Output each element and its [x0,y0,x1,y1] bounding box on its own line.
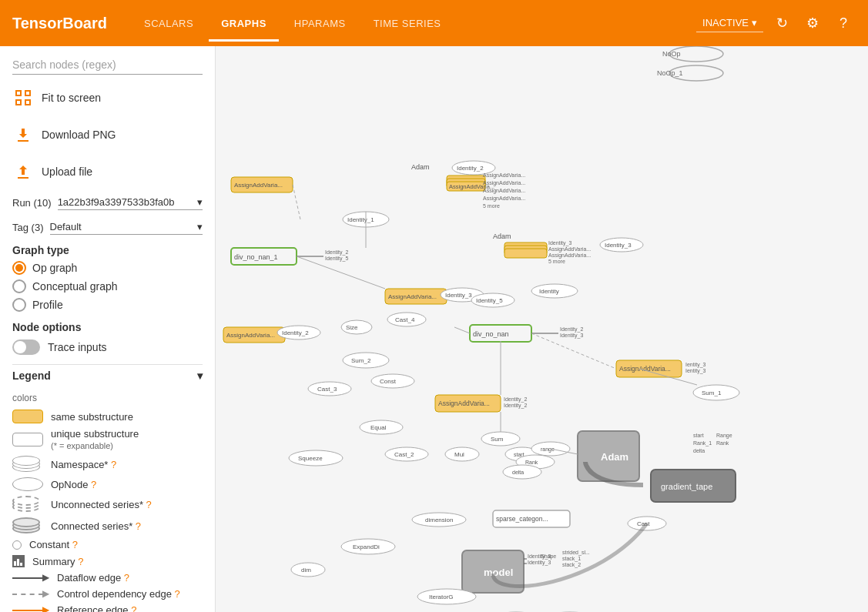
svg-text:AssignAddVaria...: AssignAddVaria... [619,365,671,373]
legend-dataflow-arrow [12,577,49,579]
legend-unique-substructure: unique substructure (* = expandable) [12,428,203,451]
svg-text:delta: delta [512,470,524,475]
trace-inputs-toggle[interactable] [12,339,40,355]
svg-text:div_no_nan_1: div_no_nan_1 [234,253,278,261]
svg-text:Identity_2: Identity_2 [504,403,527,409]
svg-text:start: start [693,433,704,438]
legend-same-label: same substructure [51,411,133,423]
svg-text:AssignAddVaria...: AssignAddVaria... [483,196,525,202]
download-icon [12,124,34,145]
topbar: TensorBoard SCALARS GRAPHS HPARAMS TIME … [0,0,868,46]
upload-file-label: Upload file [42,166,92,178]
graph-type-radio-group: Op graph Conceptual graph Profile [12,261,203,312]
svg-text:AssignAddVaria...: AssignAddVaria... [483,188,525,194]
svg-text:Shape: Shape [541,553,556,560]
legend-header[interactable]: Legend ▾ [12,364,203,386]
download-png-button[interactable]: Download PNG [12,121,203,149]
settings-icon[interactable]: ⚙ [800,11,825,35]
svg-rect-33 [504,249,547,258]
svg-text:stack_1: stack_1 [562,556,581,562]
search-input[interactable] [12,55,203,75]
radio-op-graph-circle [12,261,26,275]
svg-text:dim: dim [301,567,311,574]
legend-namespace-label: Namespace* ? [51,459,116,470]
svg-text:Identity: Identity [539,288,559,295]
nav-time-series[interactable]: TIME SERIES [361,12,454,35]
legend-constant: Constant ? [12,539,203,550]
svg-text:Adam: Adam [493,232,511,240]
legend-dataflow: Dataflow edge ? [12,572,203,584]
legend-opnode: OpNode ? [12,477,203,491]
svg-text:AssignAddVaria...: AssignAddVaria... [548,246,591,252]
svg-text:AssignAddVaria...: AssignAddVaria... [548,252,591,259]
legend-connected-label: Connected series* ? [51,520,141,532]
radio-op-graph[interactable]: Op graph [12,261,203,275]
svg-text:model: model [484,567,513,578]
run-selector[interactable]: INACTIVE ▾ [696,14,763,32]
svg-text:stack_2: stack_2 [562,562,581,568]
radio-profile-circle [12,298,26,312]
svg-text:Adam: Adam [601,451,628,463]
svg-text:Sum_1: Sum_1 [702,390,722,396]
svg-text:Identity_2: Identity_2 [325,249,348,256]
radio-profile-label: Profile [32,299,63,311]
fit-to-screen-button[interactable]: Fit to screen [12,84,203,112]
svg-text:sparse_categon...: sparse_categon... [496,515,548,523]
legend-unconnected: Unconnected series* ? [12,496,203,513]
upload-icon [12,161,34,182]
refresh-icon[interactable]: ↻ [769,11,794,35]
sidebar: Fit to screen Download PNG Upload file R… [0,46,216,612]
node-options-section: Node options Trace inputs [12,321,203,355]
legend-dataflow-label: Dataflow edge ? [57,572,129,584]
svg-text:Cast_4: Cast_4 [395,316,415,323]
tag-field-label: Tag (3) [12,222,44,233]
legend-color-swatch-unique [12,433,43,446]
run-dropdown[interactable]: 1a22b3f9a3397533b3fa0b ▾ [58,195,203,210]
trace-inputs-row: Trace inputs [12,339,203,355]
svg-text:strided_sl...: strided_sl... [562,550,590,556]
legend-section: Legend ▾ colors same substructure unique… [12,364,203,612]
svg-text:Identity_2: Identity_2 [504,396,527,403]
upload-file-button[interactable]: Upload file [12,158,203,186]
fit-to-screen-label: Fit to screen [42,92,101,104]
radio-conceptual-graph-circle [12,279,26,293]
help-icon[interactable]: ? [831,11,856,35]
legend-opnode-shape [12,477,43,491]
svg-text:dimension: dimension [425,517,453,523]
svg-text:AssignAddVaria...: AssignAddVaria... [483,180,525,186]
svg-text:5 more: 5 more [548,259,565,264]
svg-text:AssignAddVaria...: AssignAddVaria... [483,172,525,179]
legend-summary: Summary ? [12,555,203,567]
legend-collapse-icon: ▾ [197,370,203,382]
graph-type-section: Graph type Op graph Conceptual graph Pro… [12,244,203,312]
nav-scalars[interactable]: SCALARS [132,12,206,35]
legend-control-label: Control dependency edge ? [57,588,180,600]
nav-hparams[interactable]: HPARAMS [282,12,358,35]
svg-text:IteratorG: IteratorG [429,594,454,600]
svg-text:Sum_2: Sum_2 [351,357,371,364]
legend-unconnected-shape [12,496,43,513]
svg-text:Ientity_3: Ientity_3 [685,368,706,374]
fit-icon [12,87,34,109]
svg-text:Ientity_3: Ientity_3 [685,362,706,368]
svg-text:AssignAddVaria...: AssignAddVaria... [234,182,283,189]
svg-text:5 more: 5 more [483,203,500,209]
legend-control-arrow [12,594,49,595]
trace-inputs-label: Trace inputs [48,341,107,353]
top-nav: SCALARS GRAPHS HPARAMS TIME SERIES [132,12,696,35]
radio-profile[interactable]: Profile [12,298,203,312]
legend-constant-shape [12,540,22,550]
nav-graphs[interactable]: GRAPHS [209,12,279,35]
tag-dropdown[interactable]: Default ▾ [50,219,203,235]
svg-text:Adam: Adam [411,163,430,171]
graph-canvas[interactable]: NoOp NoOp_1 Adam Identity_2 AssignAddVar… [216,46,868,612]
svg-text:AssignAddVaria...: AssignAddVaria... [388,293,437,300]
radio-conceptual-graph[interactable]: Conceptual graph [12,279,203,293]
run-field-row: Run (10) 1a22b3f9a3397533b3fa0b ▾ [12,195,203,210]
svg-text:Squeeze: Squeeze [298,455,323,462]
app-logo: TensorBoard [12,15,107,32]
legend-connected-shape [12,517,43,534]
radio-op-graph-label: Op graph [32,262,77,274]
svg-text:Identity_5: Identity_5 [325,256,348,262]
legend-summary-label: Summary ? [32,556,83,567]
